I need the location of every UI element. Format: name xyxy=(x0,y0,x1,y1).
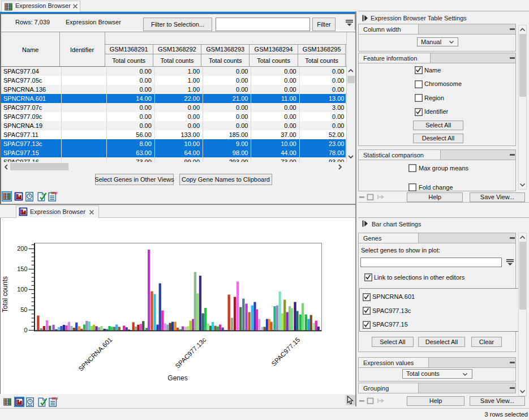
svg-text:SPNCRNA.601: SPNCRNA.601 xyxy=(77,336,113,372)
svg-text:100: 100 xyxy=(17,286,27,293)
svg-text:50: 50 xyxy=(20,306,27,313)
svg-text:150: 150 xyxy=(17,265,27,272)
svg-text:DEU: DEU xyxy=(51,191,57,195)
svg-text:Total counts: Total counts xyxy=(1,276,9,312)
svg-text:SPAC977.15: SPAC977.15 xyxy=(270,336,302,367)
svg-text:200: 200 xyxy=(17,245,27,252)
svg-text:SPAC977.13c: SPAC977.13c xyxy=(174,336,207,370)
svg-text:DEU: DEU xyxy=(51,397,58,401)
svg-text:0: 0 xyxy=(24,327,27,333)
svg-text:Genes: Genes xyxy=(167,374,187,382)
